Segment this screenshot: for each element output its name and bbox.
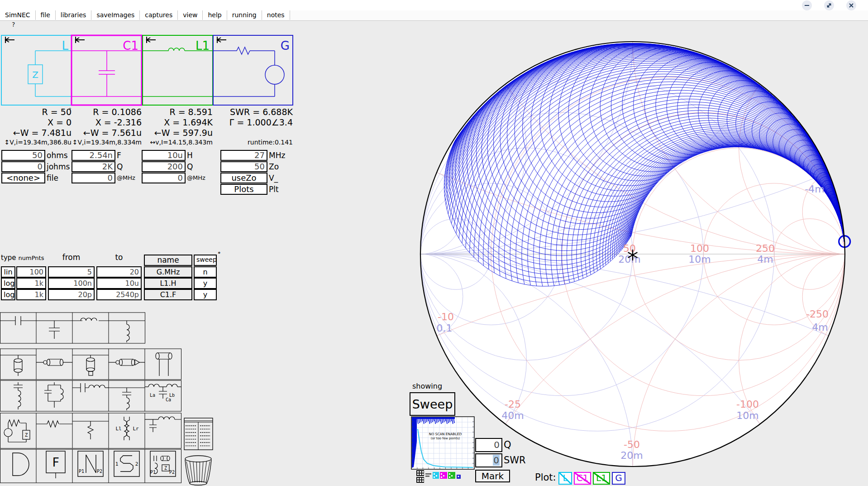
- minimize-button[interactable]: [802, 0, 812, 10]
- smith-chart[interactable]: 5020m10010m2504m-100.1-2540m-5020m-10010…: [416, 36, 868, 486]
- field-C1-q[interactable]: 2K: [72, 161, 115, 172]
- field-G-v[interactable]: useZo: [220, 173, 267, 183]
- field-L1-h[interactable]: 10u: [142, 150, 186, 161]
- palette-series-capacitor[interactable]: [0, 316, 36, 325]
- palette-f-block[interactable]: F: [46, 451, 65, 478]
- palette-coupled-inductors-ca[interactable]: LaLbCa: [145, 384, 181, 402]
- block-L1[interactable]: L1: [143, 35, 213, 105]
- field-G-mhz[interactable]: 27: [220, 150, 267, 161]
- palette-shunt-resistor[interactable]: [72, 421, 109, 439]
- sweep-cell-r1-c2[interactable]: 100n: [48, 278, 95, 289]
- mini-plot-series-swatch-3[interactable]: [457, 475, 461, 479]
- palette-shunt-capacitor[interactable]: [36, 321, 72, 339]
- palette-shunt-coax-stub[interactable]: [0, 355, 36, 376]
- sweep-cell-r2-c0[interactable]: log: [1, 289, 15, 300]
- palette-shunt-inductor[interactable]: [109, 321, 145, 342]
- sweep-cell-r0-c2[interactable]: 5: [48, 266, 95, 278]
- sweep-cell-r0-c1[interactable]: 100: [16, 266, 46, 278]
- sweep-cell-r2-c1[interactable]: 1k: [16, 289, 46, 300]
- sweep-cell-r2-c4[interactable]: C1.F: [144, 289, 192, 300]
- readout-G-1: Γ = 1.000∠3.4: [214, 117, 293, 127]
- field-G-zo[interactable]: 50: [220, 161, 267, 172]
- menu-item-file[interactable]: file: [36, 10, 56, 20]
- sweep-cell-r2-c5[interactable]: y: [194, 289, 217, 300]
- block-G[interactable]: G: [213, 35, 293, 105]
- palette-source-with-z[interactable]: Z: [4, 420, 30, 442]
- menu-item-saveimages[interactable]: saveImages: [91, 10, 140, 20]
- mini-plot-series-swatch-0[interactable]: [433, 472, 439, 479]
- mark-button[interactable]: Mark: [475, 470, 510, 482]
- smith-axis-label: 40m: [501, 410, 524, 421]
- menu-item-libraries[interactable]: libraries: [56, 10, 92, 20]
- plot-toggle-c1[interactable]: C1: [574, 472, 591, 485]
- plot-toggle-g[interactable]: G: [612, 472, 625, 485]
- menu-item-running[interactable]: running: [227, 10, 262, 20]
- menu-item-notes[interactable]: notes: [262, 10, 290, 20]
- palette-notes-icon[interactable]: [184, 418, 213, 450]
- plot-toggle-l1[interactable]: L1: [593, 472, 610, 485]
- field-C1-f[interactable]: 2.54n: [72, 150, 115, 161]
- palette-series-inductor[interactable]: [72, 318, 109, 321]
- mini-plot-series-swatch-2[interactable]: [448, 472, 455, 479]
- close-button[interactable]: [846, 0, 856, 10]
- field-L-file[interactable]: <none>: [1, 173, 45, 183]
- q-label: Q: [504, 439, 511, 450]
- sweep-cell-r2-c3[interactable]: 2540p: [96, 289, 142, 300]
- field-G-plt[interactable]: Plots: [220, 184, 267, 195]
- palette-n-two-port[interactable]: P1P2: [78, 451, 103, 476]
- sweep-header-name[interactable]: name: [144, 255, 192, 266]
- block-C1[interactable]: C1: [72, 35, 142, 105]
- menu-item-help[interactable]: help: [203, 10, 227, 20]
- field-L1-q[interactable]: 200: [142, 161, 186, 172]
- sweep-header-sweep[interactable]: sweep: [194, 255, 217, 266]
- palette-d-block[interactable]: [13, 453, 29, 476]
- swr-input[interactable]: 0: [475, 453, 502, 467]
- mini-plot-grid-icon[interactable]: [416, 470, 424, 476]
- palette-s-two-port[interactable]: 12: [114, 451, 139, 476]
- sweep-cell-r2-c2[interactable]: 20p: [48, 289, 95, 300]
- plot-toggle-l[interactable]: L: [558, 472, 572, 485]
- palette-trash-icon[interactable]: [185, 456, 211, 485]
- sweep-header-from: from: [48, 253, 95, 262]
- palette-coax-two-port[interactable]: [156, 353, 172, 376]
- field-C1-mhz[interactable]: 0: [72, 173, 115, 183]
- mini-plot-legend[interactable]: [414, 469, 468, 486]
- palette-coupled-inductors-ll-lr[interactable]: LlLr: [115, 417, 139, 440]
- sweep-cell-r1-c5[interactable]: y: [194, 278, 217, 289]
- sweep-cell-r0-c3[interactable]: 20: [96, 266, 142, 278]
- sweep-cell-r0-c4[interactable]: G.MHz: [144, 266, 192, 278]
- palette-series-coax[interactable]: [36, 359, 72, 366]
- sweep-cell-r1-c1[interactable]: 1k: [16, 278, 46, 289]
- smith-axis-label: 100: [690, 243, 709, 254]
- menu-item-captures[interactable]: captures: [140, 10, 178, 20]
- palette-parallel-lc-shunt[interactable]: [44, 382, 63, 408]
- palette-cap-over-inductor[interactable]: [14, 382, 23, 409]
- smith-axis-label: -10: [438, 311, 454, 322]
- palette-series-coax-arrow[interactable]: [109, 359, 145, 366]
- sweep-cell-r0-c5[interactable]: n: [194, 266, 217, 278]
- mini-plot[interactable]: NO SCAN ENABLED(or too few points): [411, 416, 475, 470]
- menu-item-view[interactable]: view: [178, 10, 203, 20]
- palette-shunt-c-l[interactable]: [109, 388, 145, 410]
- palette-series-lc[interactable]: [72, 383, 109, 392]
- sweep-header-numpnts: numPnts: [16, 255, 46, 261]
- palette-lc-network[interactable]: [145, 417, 181, 432]
- menu-item-simnec[interactable]: SimNEC: [0, 10, 36, 20]
- sweep-cell-r1-c3[interactable]: 10u: [96, 278, 142, 289]
- mini-plot-series-swatch-1[interactable]: [440, 472, 447, 479]
- sweep-cell-r1-c4[interactable]: L1.H: [144, 278, 192, 289]
- mini-plot-grid-icon-2[interactable]: [416, 477, 424, 483]
- palette-open-coax-stub[interactable]: [72, 355, 109, 375]
- readout-L-2: ←W = 7.481u: [1, 128, 72, 138]
- field-L1-mhz[interactable]: 0: [142, 173, 186, 183]
- block-L[interactable]: LZ: [1, 35, 72, 105]
- maximize-button[interactable]: [824, 0, 834, 10]
- sweep-cell-r1-c0[interactable]: log: [1, 278, 15, 289]
- field-L-johms[interactable]: 0: [1, 161, 45, 172]
- field-L-ohms[interactable]: 50: [1, 150, 45, 161]
- sweep-button[interactable]: Sweep: [410, 392, 455, 416]
- sweep-cell-r0-c0[interactable]: lin: [1, 266, 15, 278]
- palette-p1-p2-match-block[interactable]: ZP1P2: [150, 451, 176, 476]
- palette-series-resistor[interactable]: [36, 421, 72, 427]
- q-input[interactable]: 0: [475, 438, 502, 452]
